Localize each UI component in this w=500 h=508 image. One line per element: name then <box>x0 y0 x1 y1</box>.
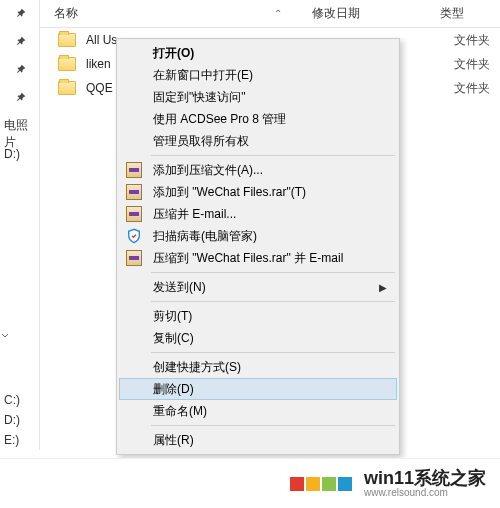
rar-icon <box>125 183 143 201</box>
menu-create-shortcut[interactable]: 创建快捷方式(S) <box>119 356 397 378</box>
rar-icon <box>125 249 143 267</box>
folder-icon <box>58 33 76 47</box>
pinned-item[interactable] <box>0 84 39 112</box>
rar-icon <box>125 205 143 223</box>
nav-drive[interactable]: E:) <box>0 430 39 450</box>
menu-copy[interactable]: 复制(C) <box>119 327 397 349</box>
menu-label: 添加到压缩文件(A)... <box>153 162 263 179</box>
folder-icon <box>58 81 76 95</box>
pinned-item[interactable] <box>0 56 39 84</box>
watermark-url: www.relsound.com <box>364 487 486 498</box>
pinned-item[interactable] <box>0 0 39 28</box>
menu-rename[interactable]: 重命名(M) <box>119 400 397 422</box>
rar-icon <box>125 161 143 179</box>
menu-scan-virus[interactable]: 扫描病毒(电脑管家) <box>119 225 397 247</box>
column-name[interactable]: 名称 ⌃ <box>40 0 298 27</box>
menu-properties[interactable]: 属性(R) <box>119 429 397 451</box>
shield-icon <box>125 227 143 245</box>
menu-separator <box>151 272 395 273</box>
pin-icon <box>12 90 29 107</box>
menu-send-to[interactable]: 发送到(N) ▶ <box>119 276 397 298</box>
file-name: QQE <box>86 81 113 95</box>
file-type: 文件夹 <box>454 32 490 49</box>
menu-add-archive[interactable]: 添加到压缩文件(A)... <box>119 159 397 181</box>
pin-icon <box>12 34 29 51</box>
submenu-arrow-icon: ▶ <box>379 282 387 293</box>
menu-delete[interactable]: 删除(D) <box>119 378 397 400</box>
menu-separator <box>151 352 395 353</box>
menu-separator <box>151 425 395 426</box>
pin-icon <box>12 6 29 23</box>
watermark-text: win11系统之家 www.relsound.com <box>364 469 486 498</box>
folder-icon <box>58 57 76 71</box>
context-menu: 打开(O) 在新窗口中打开(E) 固定到"快速访问" 使用 ACDSee Pro… <box>116 38 400 455</box>
menu-pin-quick-access[interactable]: 固定到"快速访问" <box>119 86 397 108</box>
menu-label: 发送到(N) <box>153 279 206 296</box>
watermark-logo-icon <box>290 477 354 491</box>
nav-pane: 电照片 D:) <box>0 0 40 450</box>
pinned-item[interactable] <box>0 28 39 56</box>
menu-compress-to-email[interactable]: 压缩到 "WeChat Files.rar" 并 E-mail <box>119 247 397 269</box>
menu-separator <box>151 301 395 302</box>
menu-open[interactable]: 打开(O) <box>119 42 397 64</box>
menu-acdsee[interactable]: 使用 ACDSee Pro 8 管理 <box>119 108 397 130</box>
watermark: win11系统之家 www.relsound.com <box>0 458 500 508</box>
file-name: liken <box>86 57 111 71</box>
file-type: 文件夹 <box>454 80 490 97</box>
nav-drives-bottom: C:) D:) E:) <box>0 390 40 450</box>
sort-icon: ⌃ <box>274 8 282 19</box>
menu-label: 添加到 "WeChat Files.rar"(T) <box>153 184 306 201</box>
menu-open-new-window[interactable]: 在新窗口中打开(E) <box>119 64 397 86</box>
menu-cut[interactable]: 剪切(T) <box>119 305 397 327</box>
nav-photos[interactable]: 电照片 <box>0 124 39 144</box>
column-date[interactable]: 修改日期 <box>298 0 414 27</box>
tree-chevron-icon[interactable] <box>0 330 10 340</box>
pin-icon <box>12 62 29 79</box>
column-headers: 名称 ⌃ 修改日期 类型 <box>40 0 500 28</box>
menu-label: 压缩并 E-mail... <box>153 206 236 223</box>
menu-label: 扫描病毒(电脑管家) <box>153 228 257 245</box>
nav-drive[interactable]: C:) <box>0 390 39 410</box>
file-type: 文件夹 <box>454 56 490 73</box>
menu-separator <box>151 155 395 156</box>
column-name-label: 名称 <box>54 5 78 22</box>
nav-drive[interactable]: D:) <box>0 410 39 430</box>
menu-compress-email[interactable]: 压缩并 E-mail... <box>119 203 397 225</box>
file-name: All Us <box>86 33 117 47</box>
column-type[interactable]: 类型 <box>414 0 482 27</box>
menu-admin-ownership[interactable]: 管理员取得所有权 <box>119 130 397 152</box>
menu-label: 压缩到 "WeChat Files.rar" 并 E-mail <box>153 250 343 267</box>
menu-add-wechat-rar[interactable]: 添加到 "WeChat Files.rar"(T) <box>119 181 397 203</box>
